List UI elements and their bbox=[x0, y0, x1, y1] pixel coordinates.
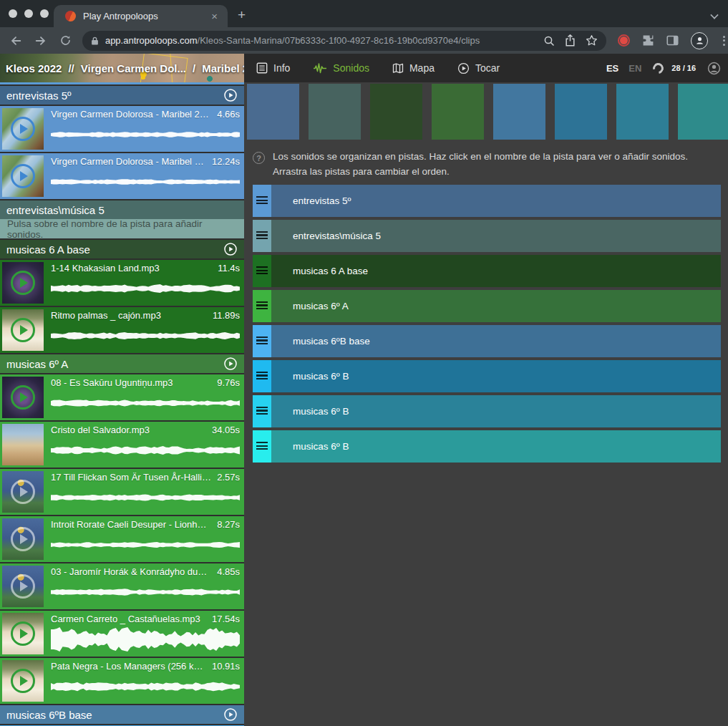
drag-handle[interactable] bbox=[253, 220, 271, 252]
tab-close-icon[interactable]: × bbox=[208, 9, 220, 23]
window-zoom-button[interactable] bbox=[40, 9, 49, 18]
clip-row[interactable]: Pata Negra - Los Managers (256 kbps).mp3… bbox=[0, 658, 244, 704]
nav-tab-tocar[interactable]: Tocar bbox=[457, 62, 500, 74]
window-close-button[interactable] bbox=[9, 9, 17, 18]
clip-thumbnail[interactable] bbox=[2, 155, 44, 197]
color-swatch[interactable] bbox=[678, 84, 728, 140]
browser-tab[interactable]: Play Antropoloops × bbox=[54, 5, 228, 27]
drag-handle[interactable] bbox=[253, 430, 271, 463]
color-swatch[interactable] bbox=[616, 84, 669, 140]
clip-row[interactable]: 08 - Es Sakūru Uguntiņu.mp39.76s bbox=[0, 374, 244, 420]
clip-row[interactable]: Introit Rorate Caeli Desuper - Lionheart… bbox=[0, 516, 244, 562]
track-play-icon[interactable] bbox=[223, 88, 238, 102]
color-swatch[interactable] bbox=[247, 84, 299, 140]
drag-handle[interactable] bbox=[253, 325, 271, 357]
panel-track-row[interactable]: musicas 6º B bbox=[253, 360, 721, 392]
clip-thumbnail[interactable] bbox=[2, 262, 44, 304]
drag-handle[interactable] bbox=[253, 185, 271, 217]
panel-track-row[interactable]: entrevistas\música 5 bbox=[253, 220, 721, 252]
panel-track-row[interactable]: entrevistas 5º bbox=[253, 185, 721, 217]
breadcrumb[interactable]: Kleos 2022 // Virgen Carmen Dol... / Mar… bbox=[0, 54, 244, 82]
browser-menu-icon[interactable] bbox=[720, 34, 728, 47]
zoom-page-icon[interactable] bbox=[543, 35, 555, 47]
clip-row[interactable]: Carmen Carreto _ Castañuelas.mp317.54s bbox=[0, 611, 244, 657]
clip-thumbnail[interactable] bbox=[2, 377, 44, 418]
clip-row[interactable]: Virgen Carmen Dolorosa - Maribel 2.mp312… bbox=[0, 153, 244, 199]
track-section-header[interactable]: musicas 6 A base bbox=[0, 240, 244, 258]
color-swatch[interactable] bbox=[555, 84, 607, 140]
color-swatch[interactable] bbox=[309, 84, 361, 140]
panel-track-row[interactable]: musicas 6º B bbox=[253, 430, 721, 463]
account-icon[interactable] bbox=[707, 62, 721, 75]
profile-avatar[interactable] bbox=[691, 32, 708, 49]
back-button[interactable] bbox=[6, 32, 25, 50]
clip-row[interactable]: Cristo del Salvador.mp334.05s bbox=[0, 422, 244, 468]
breadcrumb-remix[interactable]: Virgen Carmen Dol... bbox=[81, 62, 186, 74]
color-swatch[interactable] bbox=[493, 84, 545, 140]
lang-es-button[interactable]: ES bbox=[606, 63, 618, 74]
clip-info: Ritmo palmas _ cajón.mp311.89s bbox=[51, 309, 242, 351]
clip-thumbnail[interactable] bbox=[2, 613, 44, 654]
track-name-area[interactable]: entrevistas\música 5 bbox=[271, 220, 721, 252]
favicon bbox=[65, 11, 76, 21]
track-name-area[interactable]: musicas 6º B bbox=[271, 395, 721, 427]
track-name-area[interactable]: musicas 6 A base bbox=[271, 255, 721, 287]
clip-thumbnail[interactable] bbox=[2, 566, 44, 607]
breadcrumb-project[interactable]: Kleos 2022 bbox=[6, 62, 62, 74]
tab-search-chevron-icon[interactable] bbox=[710, 11, 718, 19]
forward-button[interactable] bbox=[31, 32, 50, 50]
track-name-area[interactable]: entrevistas 5º bbox=[271, 185, 721, 217]
play-circle-icon bbox=[457, 62, 470, 74]
bookmark-star-icon[interactable] bbox=[586, 34, 598, 47]
panel-track-row[interactable]: musicas 6 A base bbox=[253, 255, 721, 287]
clip-row[interactable]: Ritmo palmas _ cajón.mp311.89s bbox=[0, 307, 244, 353]
new-tab-button[interactable]: + bbox=[238, 8, 246, 21]
map-thumbnail-banner[interactable]: Kleos 2022 // Virgen Carmen Dol... / Mar… bbox=[0, 54, 244, 82]
color-swatch[interactable] bbox=[370, 84, 422, 140]
drag-handle[interactable] bbox=[253, 255, 271, 287]
drag-handle[interactable] bbox=[253, 290, 271, 322]
record-extension-icon[interactable] bbox=[618, 34, 630, 47]
color-swatch[interactable] bbox=[432, 84, 484, 140]
panel-track-row[interactable]: musicas 6º A bbox=[253, 290, 721, 322]
track-play-icon[interactable] bbox=[223, 357, 238, 371]
track-play-icon[interactable] bbox=[223, 242, 238, 256]
track-name-area[interactable]: musicas 6º B bbox=[271, 360, 721, 392]
track-name-area[interactable]: musicas 6º A bbox=[271, 290, 721, 322]
clip-row[interactable]: Virgen Carmen Dolorosa - Maribel 2.mp34.… bbox=[0, 106, 244, 152]
window-minimize-button[interactable] bbox=[24, 9, 33, 18]
clip-row[interactable]: 1-14 Khakasian Land.mp311.4s bbox=[0, 260, 244, 306]
track-name-area[interactable]: musicas 6ºB base bbox=[271, 325, 721, 357]
clip-thumbnail[interactable] bbox=[2, 471, 44, 513]
drag-handle[interactable] bbox=[253, 360, 271, 392]
share-icon[interactable] bbox=[565, 34, 576, 47]
clip-thumbnail[interactable] bbox=[2, 518, 44, 560]
lang-en-button[interactable]: EN bbox=[628, 63, 641, 74]
nav-tab-sonidos[interactable]: Sonidos bbox=[313, 62, 369, 74]
track-name-area[interactable]: musicas 6º B bbox=[271, 430, 721, 463]
clip-row[interactable]: 17 Till Flickan Som Är Tusen År-Halling … bbox=[0, 469, 244, 515]
clip-row[interactable]: 03 - Jaromír Horák & Konrádyho dudácká .… bbox=[0, 563, 244, 609]
clip-thumbnail[interactable] bbox=[2, 108, 44, 150]
reload-button[interactable] bbox=[57, 32, 75, 50]
nav-tab-info[interactable]: Info bbox=[256, 62, 290, 74]
side-panel-icon[interactable] bbox=[666, 34, 679, 47]
clip-thumbnail[interactable] bbox=[2, 309, 44, 351]
url-bar[interactable]: app.antropoloops.com/Kleos-Santa-Marina/… bbox=[82, 31, 606, 51]
breadcrumb-item[interactable]: Maribel 2... bbox=[202, 62, 244, 74]
clip-thumbnail[interactable] bbox=[2, 424, 44, 465]
panel-track-row[interactable]: musicas 6ºB base bbox=[253, 325, 721, 357]
breadcrumb-separator: // bbox=[68, 62, 74, 74]
track-section-header[interactable]: entrevistas\música 5 bbox=[0, 200, 244, 219]
extensions-puzzle-icon[interactable] bbox=[642, 34, 654, 47]
drag-handle[interactable] bbox=[253, 395, 271, 427]
track-rows: entrevistas 5ºentrevistas\música 5musica… bbox=[247, 185, 728, 463]
track-section-header[interactable]: musicas 6ºB base bbox=[0, 705, 244, 724]
track-section-header[interactable]: entrevistas 5º bbox=[0, 86, 244, 105]
clip-thumbnail[interactable] bbox=[2, 660, 44, 702]
window-controls[interactable] bbox=[9, 9, 49, 18]
panel-track-row[interactable]: musicas 6º B bbox=[253, 395, 721, 427]
track-section-header[interactable]: musicas 6º A bbox=[0, 354, 244, 373]
track-play-icon[interactable] bbox=[223, 707, 238, 722]
nav-tab-mapa[interactable]: Mapa bbox=[392, 62, 435, 74]
